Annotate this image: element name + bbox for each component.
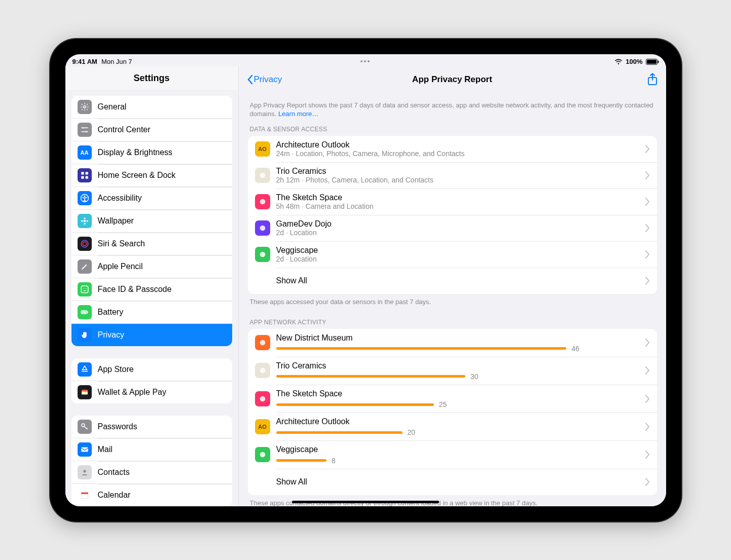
sidebar-item-contacts[interactable]: Contacts bbox=[71, 461, 232, 483]
mail-icon bbox=[78, 442, 92, 457]
chevron-right-icon bbox=[645, 451, 650, 459]
app-network-row[interactable]: Trio Ceramics30 bbox=[248, 357, 657, 385]
show-all-label: Show All bbox=[276, 477, 639, 487]
sidebar-item-home-screen[interactable]: Home Screen & Dock bbox=[71, 164, 232, 186]
activity-value: 20 bbox=[408, 428, 416, 436]
sidebar-item-general[interactable]: General bbox=[71, 96, 232, 118]
data-sensor-row[interactable]: Veggiscape2d · Location bbox=[248, 241, 657, 268]
chevron-right-icon bbox=[645, 366, 650, 375]
app-name: Trio Ceramics bbox=[276, 361, 639, 370]
app-icon: AO bbox=[255, 419, 270, 434]
app-icon bbox=[255, 247, 270, 262]
sidebar-item-pencil[interactable]: Apple Pencil bbox=[71, 255, 232, 278]
data-sensor-row[interactable]: GameDev Dojo2d · Location bbox=[248, 215, 657, 241]
svg-point-21 bbox=[85, 288, 86, 289]
home-screen-icon bbox=[78, 168, 92, 182]
sidebar-item-label: Siri & Search bbox=[98, 239, 226, 248]
control-center-icon bbox=[78, 123, 92, 137]
sidebar-item-label: Face ID & Passcode bbox=[98, 285, 226, 294]
data-sensor-row[interactable]: The Sketch Space5h 48m · Camera and Loca… bbox=[248, 189, 657, 215]
svg-point-4 bbox=[82, 127, 84, 128]
sidebar-item-siri[interactable]: Siri & Search bbox=[71, 232, 232, 255]
activity-bar bbox=[276, 347, 567, 350]
section-header-app-network: APP NETWORK ACTIVITY bbox=[250, 319, 655, 326]
sidebar-item-label: Calendar bbox=[98, 491, 226, 500]
sidebar-item-wallet[interactable]: Wallet & Apple Pay bbox=[71, 381, 232, 403]
app-network-row[interactable]: AOArchitecture Outlook20 bbox=[248, 413, 657, 440]
app-sub: 24m · Location, Photos, Camera, Micropho… bbox=[276, 150, 639, 158]
app-sub: 2d · Location bbox=[276, 229, 639, 237]
section-header-data-sensor: DATA & SENSOR ACCESS bbox=[250, 126, 655, 133]
data-sensor-card: AOArchitecture Outlook24m · Location, Ph… bbox=[248, 136, 657, 294]
app-name: Veggiscape bbox=[276, 245, 639, 255]
wallpaper-icon bbox=[78, 214, 92, 228]
app-name: GameDev Dojo bbox=[276, 219, 639, 229]
svg-rect-29 bbox=[81, 447, 88, 452]
share-button[interactable] bbox=[647, 73, 658, 86]
battery-icon bbox=[78, 305, 92, 319]
svg-point-28 bbox=[82, 424, 85, 427]
app-sub: 2d · Location bbox=[276, 255, 639, 264]
sidebar-item-privacy[interactable]: Privacy bbox=[71, 323, 232, 346]
status-time: 9:41 AM bbox=[72, 58, 97, 65]
svg-point-15 bbox=[81, 220, 83, 222]
sidebar-scroll[interactable]: GeneralControl CenterAADisplay & Brightn… bbox=[65, 91, 238, 506]
sidebar-item-app-store[interactable]: App Store bbox=[71, 358, 232, 381]
svg-rect-6 bbox=[81, 172, 84, 174]
app-store-icon bbox=[78, 362, 92, 377]
show-all-app-network[interactable]: Show All bbox=[248, 469, 657, 495]
sidebar-item-label: Apple Pencil bbox=[98, 262, 226, 271]
page-title: App Privacy Report bbox=[239, 74, 666, 85]
data-sensor-row[interactable]: Trio Ceramics2h 12m · Photos, Camera, Lo… bbox=[248, 162, 657, 189]
activity-bar bbox=[276, 431, 403, 434]
sidebar-item-display[interactable]: AADisplay & Brightness bbox=[71, 141, 232, 164]
multitask-dots-icon[interactable]: ••• bbox=[360, 57, 371, 65]
svg-rect-23 bbox=[87, 311, 88, 313]
svg-rect-2 bbox=[657, 60, 659, 63]
activity-value: 25 bbox=[439, 400, 447, 408]
svg-point-20 bbox=[83, 288, 84, 289]
svg-point-37 bbox=[260, 251, 265, 257]
app-sub: 2h 12m · Photos, Camera, Location, and C… bbox=[276, 176, 639, 184]
sidebar-item-faceid[interactable]: Face ID & Passcode bbox=[71, 278, 232, 301]
contacts-icon bbox=[78, 465, 92, 479]
battery-icon bbox=[646, 59, 659, 65]
learn-more-link[interactable]: Learn more… bbox=[278, 110, 318, 118]
home-indicator[interactable] bbox=[292, 501, 439, 503]
activity-value: 46 bbox=[571, 345, 579, 353]
sidebar-item-calendar[interactable]: Calendar bbox=[71, 483, 232, 506]
svg-point-14 bbox=[84, 222, 86, 225]
show-all-data-sensor[interactable]: Show All bbox=[248, 268, 657, 294]
sidebar-item-control-center[interactable]: Control Center bbox=[71, 118, 232, 141]
sidebar-item-label: Battery bbox=[98, 308, 226, 317]
back-button[interactable]: Privacy bbox=[247, 74, 282, 85]
settings-sidebar: Settings GeneralControl CenterAADisplay … bbox=[65, 66, 239, 506]
chevron-right-icon bbox=[645, 250, 650, 258]
sidebar-item-wallpaper[interactable]: Wallpaper bbox=[71, 209, 232, 232]
activity-bar bbox=[276, 375, 466, 378]
passwords-icon bbox=[78, 420, 92, 434]
app-network-row[interactable]: New District Museum46 bbox=[248, 329, 657, 357]
sidebar-item-label: Control Center bbox=[98, 125, 226, 134]
app-name: Architecture Outlook bbox=[276, 417, 639, 426]
sidebar-item-label: Display & Brightness bbox=[98, 148, 226, 157]
detail-scroll[interactable]: App Privacy Report shows the past 7 days… bbox=[239, 93, 666, 506]
svg-rect-26 bbox=[82, 390, 88, 391]
app-icon: AO bbox=[255, 141, 270, 157]
sidebar-item-accessibility[interactable]: Accessibility bbox=[71, 186, 232, 209]
app-network-card: New District Museum46Trio Ceramics30The … bbox=[248, 329, 657, 495]
sidebar-item-mail[interactable]: Mail bbox=[71, 438, 232, 461]
sidebar-item-battery[interactable]: Battery bbox=[71, 301, 232, 323]
accessibility-icon bbox=[78, 191, 92, 205]
app-network-row[interactable]: The Sketch Space25 bbox=[248, 385, 657, 413]
app-network-row[interactable]: Veggiscape8 bbox=[248, 440, 657, 468]
app-icon bbox=[255, 194, 270, 209]
sidebar-item-label: Privacy bbox=[98, 330, 226, 340]
chevron-right-icon bbox=[645, 145, 650, 153]
sidebar-item-passwords[interactable]: Passwords bbox=[71, 416, 232, 438]
svg-point-34 bbox=[260, 172, 265, 178]
app-name: The Sketch Space bbox=[276, 389, 639, 398]
battery-percent: 100% bbox=[626, 58, 642, 65]
svg-point-39 bbox=[260, 368, 265, 374]
data-sensor-row[interactable]: AOArchitecture Outlook24m · Location, Ph… bbox=[248, 136, 657, 162]
